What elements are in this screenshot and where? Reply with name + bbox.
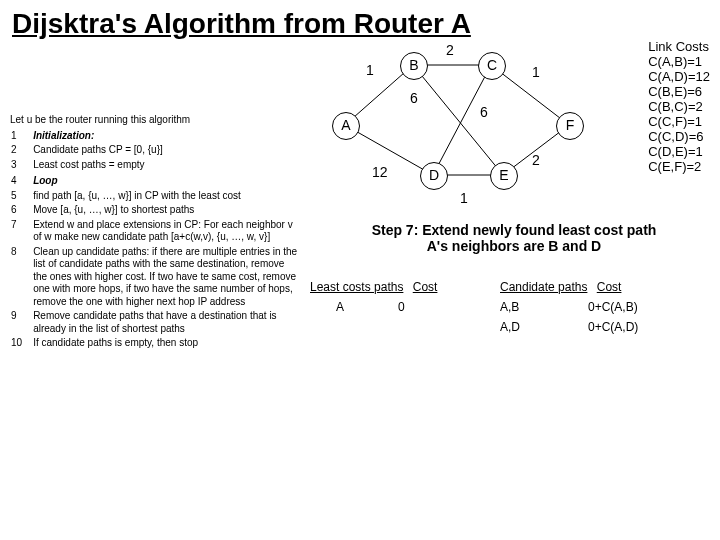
page-title: Dijsktra's Algorithm from Router A (12, 8, 708, 40)
path-cell: A,B (500, 300, 560, 314)
table-row: A0 (310, 300, 470, 314)
node-F: F (556, 112, 584, 140)
cand-rows: A,B0+C(A,B)A,D0+C(A,D) (500, 300, 710, 334)
link-cost-item: C(A,D)=12 (648, 70, 710, 85)
algo-line-num: 8 (10, 245, 32, 310)
path-cell: A,D (500, 320, 560, 334)
link-cost-item: C(B,E)=6 (648, 85, 710, 100)
link-costs-header: Link Costs (648, 40, 710, 55)
edge-weight: 6 (410, 90, 418, 106)
edge-weight: 2 (532, 152, 540, 168)
least-rows: A0 (310, 300, 470, 314)
edge-weight: 6 (480, 104, 488, 120)
algo-line-text: Extend w and place extensions in CP: For… (32, 218, 300, 245)
algo-line-text: Initialization: (32, 129, 300, 144)
path-cell: A (310, 300, 370, 314)
edge-weight: 1 (460, 190, 468, 206)
step-caption: Step 7: Extend newly found least cost pa… (324, 222, 704, 254)
link-cost-item: C(C,D)=6 (648, 130, 710, 145)
edge-weight: 12 (372, 164, 388, 180)
cand-hdr-cost: Cost (597, 280, 622, 294)
algo-line-text: Remove candidate paths that have a desti… (32, 309, 300, 336)
table-row: A,D0+C(A,D) (500, 320, 710, 334)
cand-hdr-path: Candidate paths (500, 280, 587, 294)
least-hdr-cost: Cost (413, 280, 438, 294)
link-cost-item: C(B,C)=2 (648, 100, 710, 115)
link-cost-item: C(E,F)=2 (648, 160, 710, 175)
algo-line-text: find path [a, {u, …, w}] in CP with the … (32, 189, 300, 204)
node-C: C (478, 52, 506, 80)
algo-line-num: 5 (10, 189, 32, 204)
algo-line-num: 9 (10, 309, 32, 336)
algo-line-text: Least cost paths = empty (32, 158, 300, 173)
algo-line-text: If candidate paths is empty, then stop (32, 336, 300, 351)
algo-line-num: 6 (10, 203, 32, 218)
network-graph: ABCDEF121661221 (300, 42, 600, 212)
svg-line-4 (433, 65, 491, 175)
node-B: B (400, 52, 428, 80)
cost-cell: 0+C(A,B) (588, 300, 638, 314)
node-A: A (332, 112, 360, 140)
cost-cell: 0 (398, 300, 405, 314)
algo-lead: Let u be the router running this algorit… (10, 114, 300, 127)
algo-line-num: 4 (10, 174, 32, 189)
step-line2: A's neighbors are B and D (324, 238, 704, 254)
table-row: A,B0+C(A,B) (500, 300, 710, 314)
algo-line-num: 10 (10, 336, 32, 351)
node-D: D (420, 162, 448, 190)
link-cost-item: C(C,F)=1 (648, 115, 710, 130)
edge-weight: 1 (532, 64, 540, 80)
link-costs-list: C(A,B)=1C(A,D)=12C(B,E)=6C(B,C)=2C(C,F)=… (648, 55, 710, 175)
algo-line-text: Candidate paths CP = [0, {u}] (32, 143, 300, 158)
edge-weight: 1 (366, 62, 374, 78)
algorithm-block: Let u be the router running this algorit… (10, 114, 300, 351)
least-costs-table: Least costs paths Cost A0 (310, 280, 470, 314)
edge-weight: 2 (446, 42, 454, 58)
cost-cell: 0+C(A,D) (588, 320, 638, 334)
algo-line-num: 2 (10, 143, 32, 158)
algo-line-num: 1 (10, 129, 32, 144)
algo-line-text: Move [a, {u, …, w}] to shortest paths (32, 203, 300, 218)
step-line1: Step 7: Extend newly found least cost pa… (324, 222, 704, 238)
link-cost-item: C(A,B)=1 (648, 55, 710, 70)
link-costs: Link Costs C(A,B)=1C(A,D)=12C(B,E)=6C(B,… (648, 40, 710, 174)
algo-line-num: 3 (10, 158, 32, 173)
algo-line-text: Loop (32, 174, 300, 189)
algo-line-num: 7 (10, 218, 32, 245)
least-hdr-path: Least costs paths (310, 280, 403, 294)
svg-line-3 (413, 65, 503, 175)
candidate-paths-table: Candidate paths Cost A,B0+C(A,B)A,D0+C(A… (500, 280, 710, 334)
algo-lines: 1Initialization:2Candidate paths CP = [0… (10, 129, 300, 351)
node-E: E (490, 162, 518, 190)
link-cost-item: C(D,E)=1 (648, 145, 710, 160)
algo-line-text: Clean up candidate paths: if there are m… (32, 245, 300, 310)
